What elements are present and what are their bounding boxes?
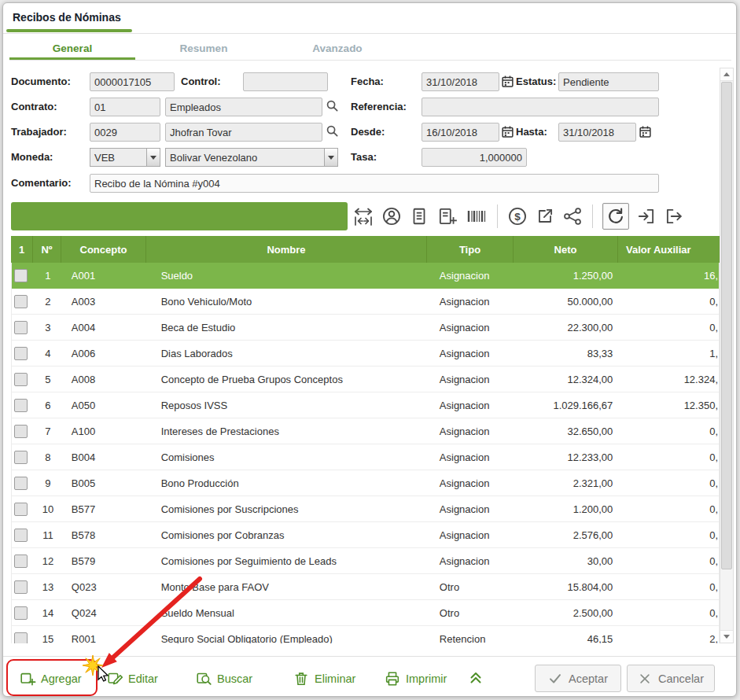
desde-calendar-icon[interactable] bbox=[501, 125, 514, 138]
table-row[interactable]: 2 A003 Bono Vehiculo/Moto Asignacion 50.… bbox=[12, 289, 719, 315]
row-number: 12 bbox=[34, 548, 62, 573]
imprimir-button[interactable]: Imprimir bbox=[384, 665, 447, 692]
row-neto: 32.650,00 bbox=[514, 418, 618, 444]
table-row[interactable]: 5 A008 Concepto de Prueba Grupos Concept… bbox=[12, 367, 719, 392]
collapse-chevrons-icon[interactable] bbox=[467, 669, 484, 686]
person-icon[interactable] bbox=[381, 206, 402, 227]
row-checkbox[interactable] bbox=[14, 632, 28, 644]
referencia-input[interactable] bbox=[422, 98, 659, 116]
row-tipo: Asignacion bbox=[427, 470, 514, 496]
column-header-nombre[interactable]: Nombre bbox=[146, 236, 427, 263]
row-tipo: Retencion bbox=[427, 626, 514, 643]
row-tipo: Asignacion bbox=[427, 548, 514, 573]
contrato-search-icon[interactable] bbox=[326, 99, 339, 112]
table-row[interactable]: 9 B005 Bono Producción Asignacion 2.321,… bbox=[12, 470, 719, 496]
tab-resumen[interactable]: Resumen bbox=[145, 39, 263, 60]
row-checkbox[interactable] bbox=[14, 269, 28, 282]
sign-out-icon[interactable] bbox=[664, 206, 684, 227]
row-checkbox[interactable] bbox=[14, 321, 28, 334]
table-row[interactable]: 14 Q024 Sueldo Mensual Otro 2.500,00 0, bbox=[12, 600, 719, 626]
fecha-calendar-icon[interactable] bbox=[501, 75, 514, 88]
share-icon[interactable] bbox=[562, 206, 583, 227]
table-row[interactable]: 4 A006 Dias Laborados Asignacion 83,33 1… bbox=[12, 341, 719, 367]
scrollbar-up-arrow-icon[interactable] bbox=[720, 68, 733, 81]
moneda-code-dropdown-icon[interactable] bbox=[146, 149, 160, 166]
column-header-neto[interactable]: Neto bbox=[514, 236, 618, 263]
agregar-button[interactable]: Agregar bbox=[19, 665, 82, 692]
table-row[interactable]: 6 A050 Reposos IVSS Asignacion 1.029.166… bbox=[12, 392, 719, 418]
scrollbar-thumb[interactable] bbox=[721, 82, 732, 569]
trabajador-search-icon[interactable] bbox=[326, 124, 339, 138]
row-concepto: A100 bbox=[62, 418, 147, 444]
tasa-label: Tasa: bbox=[351, 151, 377, 163]
row-checkbox[interactable] bbox=[14, 399, 28, 412]
control-label: Control: bbox=[181, 76, 221, 87]
moneda-name-dropdown-icon[interactable] bbox=[324, 149, 337, 166]
fecha-input[interactable] bbox=[422, 72, 499, 91]
hasta-calendar-icon[interactable] bbox=[639, 125, 652, 138]
estatus-input[interactable] bbox=[558, 72, 659, 91]
comentario-label: Comentario: bbox=[11, 177, 72, 189]
table-row[interactable]: 10 B577 Comisiones por Suscripciones Asi… bbox=[12, 496, 719, 522]
comentario-input[interactable] bbox=[90, 174, 659, 193]
refresh-icon[interactable] bbox=[602, 203, 629, 230]
table-row[interactable]: 11 B578 Comisiones por Cobranzas Asignac… bbox=[12, 522, 719, 548]
column-header-num[interactable]: Nº bbox=[33, 236, 61, 263]
table-row[interactable]: 7 A100 Intereses de Prestaciones Asignac… bbox=[12, 418, 719, 444]
eliminar-button[interactable]: Eliminar bbox=[293, 665, 355, 692]
tasa-input[interactable] bbox=[422, 148, 527, 167]
dollar-icon[interactable]: $ bbox=[507, 206, 528, 227]
row-nombre: Monto Base para FAOV bbox=[147, 574, 427, 599]
moneda-code-select[interactable]: VEB bbox=[90, 148, 160, 167]
scrollbar-down-arrow-icon[interactable] bbox=[720, 630, 733, 643]
aceptar-button[interactable]: Aceptar bbox=[535, 665, 621, 692]
table-row[interactable]: 1 A001 Sueldo Asignacion 1.250,00 16, bbox=[12, 263, 719, 289]
row-checkbox[interactable] bbox=[14, 347, 28, 360]
row-checkbox[interactable] bbox=[14, 477, 28, 490]
table-row[interactable]: 13 Q023 Monto Base para FAOV Otro 15.804… bbox=[12, 574, 719, 600]
row-checkbox[interactable] bbox=[14, 503, 28, 516]
row-checkbox[interactable] bbox=[14, 373, 28, 386]
table-row[interactable]: 15 R001 Seguro Social Obligatorio (Emple… bbox=[12, 626, 719, 643]
external-link-icon[interactable] bbox=[535, 206, 555, 227]
table-row[interactable]: 3 A004 Beca de Estudio Asignacion 22.300… bbox=[12, 315, 719, 341]
barcode-icon[interactable] bbox=[466, 206, 488, 227]
vertical-scrollbar[interactable] bbox=[720, 68, 734, 643]
documento-input[interactable] bbox=[90, 72, 175, 91]
table-row[interactable]: 12 B579 Comisiones por Seguimiento de Le… bbox=[12, 548, 719, 574]
table-row[interactable]: 8 B004 Comisiones Asignacion 12.233,00 0… bbox=[12, 444, 719, 470]
document-add-icon[interactable] bbox=[436, 206, 458, 227]
row-checkbox[interactable] bbox=[14, 529, 28, 542]
editar-button[interactable]: Editar bbox=[106, 665, 158, 692]
trabajador-code-input[interactable] bbox=[90, 123, 160, 142]
row-nombre: Intereses de Prestaciones bbox=[147, 418, 427, 444]
column-header-tipo[interactable]: Tipo bbox=[427, 236, 514, 263]
trabajador-name-input[interactable] bbox=[165, 123, 322, 142]
contrato-code-input[interactable] bbox=[90, 98, 160, 116]
sign-in-icon[interactable] bbox=[636, 206, 657, 227]
tab-avanzado[interactable]: Avanzado bbox=[278, 39, 396, 60]
row-checkbox[interactable] bbox=[14, 606, 28, 620]
row-number: 9 bbox=[34, 470, 62, 496]
buscar-button[interactable]: Buscar bbox=[195, 665, 252, 692]
row-tipo: Asignacion bbox=[427, 444, 514, 470]
moneda-name-select[interactable]: Bolivar Venezolano bbox=[165, 148, 338, 167]
row-checkbox[interactable] bbox=[14, 295, 28, 308]
cancelar-label: Cancelar bbox=[658, 672, 704, 685]
resize-columns-icon[interactable] bbox=[352, 206, 374, 227]
document-icon[interactable] bbox=[409, 206, 429, 227]
row-number: 10 bbox=[34, 496, 62, 521]
contrato-name-input[interactable] bbox=[165, 98, 322, 116]
desde-input[interactable] bbox=[422, 123, 499, 142]
row-checkbox[interactable] bbox=[14, 451, 28, 464]
column-header-select[interactable]: 1 bbox=[11, 236, 33, 263]
column-header-concepto[interactable]: Concepto bbox=[61, 236, 146, 263]
row-checkbox[interactable] bbox=[14, 580, 28, 594]
column-header-valor-auxiliar[interactable]: Valor Auxiliar bbox=[618, 236, 720, 263]
row-checkbox[interactable] bbox=[14, 425, 28, 438]
cancelar-button[interactable]: Cancelar bbox=[627, 665, 715, 692]
row-checkbox[interactable] bbox=[14, 554, 28, 568]
hasta-input[interactable] bbox=[558, 123, 636, 142]
tab-general[interactable]: General bbox=[9, 39, 135, 60]
control-input[interactable] bbox=[243, 72, 328, 91]
